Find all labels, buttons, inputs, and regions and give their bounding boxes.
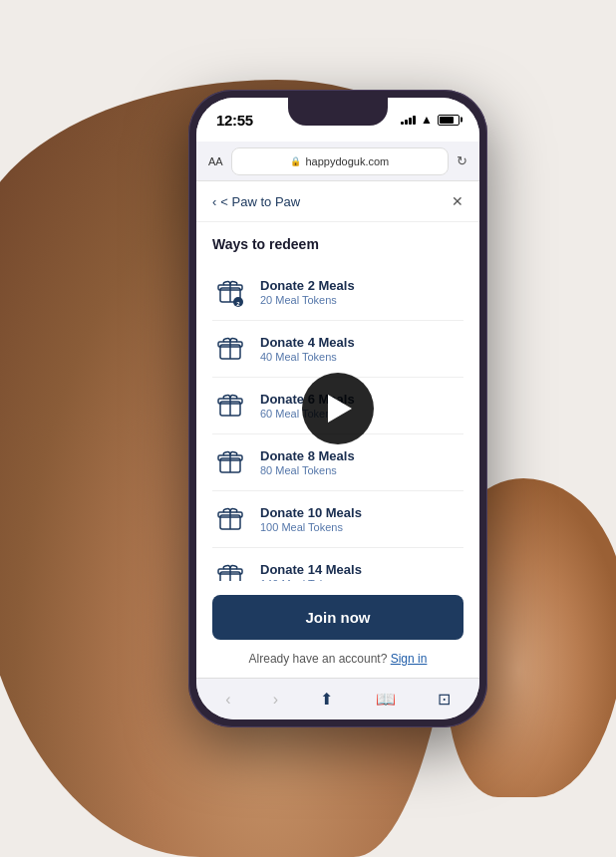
join-now-button[interactable]: Join now bbox=[212, 595, 463, 640]
signin-area: Already have an account? Sign in bbox=[196, 648, 479, 678]
nav-tabs-button[interactable]: ⊡ bbox=[438, 690, 451, 709]
browser-refresh-button[interactable]: ↻ bbox=[457, 153, 467, 168]
reward-info-1: Donate 4 Meals 40 Meal Tokens bbox=[260, 335, 463, 363]
reward-info-3: Donate 8 Meals 80 Meal Tokens bbox=[260, 448, 463, 476]
modal-close-button[interactable]: ✕ bbox=[452, 193, 463, 209]
reward-name-0: Donate 2 Meals bbox=[260, 278, 463, 293]
section-title: Ways to redeem bbox=[212, 236, 463, 252]
battery-icon bbox=[438, 115, 460, 126]
browser-nav-bar: ‹ › ⬆ 📖 ⊡ bbox=[196, 678, 479, 719]
reward-icon-1 bbox=[212, 331, 248, 367]
reward-item-4[interactable]: Donate 10 Meals 100 Meal Tokens bbox=[212, 491, 463, 548]
phone-frame: 12:55 ▲ AA bbox=[188, 90, 487, 727]
play-triangle-icon bbox=[328, 395, 352, 423]
status-time: 12:55 bbox=[216, 112, 253, 129]
reward-name-1: Donate 4 Meals bbox=[260, 335, 463, 350]
nav-forward-button[interactable]: › bbox=[273, 691, 278, 709]
phone-notch bbox=[288, 98, 388, 126]
reward-item-0[interactable]: 2 Donate 2 Meals 20 Meal Tokens bbox=[212, 264, 463, 321]
reward-name-3: Donate 8 Meals bbox=[260, 448, 463, 463]
wifi-icon: ▲ bbox=[421, 113, 433, 127]
phone-screen: 12:55 ▲ AA bbox=[196, 98, 479, 719]
reward-icon-4 bbox=[212, 501, 248, 537]
modal-header: ‹ < Paw to Paw ✕ bbox=[196, 181, 479, 222]
reward-icon-3 bbox=[212, 444, 248, 480]
reward-tokens-5: 140 Meal Tokens bbox=[260, 578, 463, 581]
browser-url-bar[interactable]: 🔒 happydoguk.com bbox=[231, 147, 449, 175]
nav-share-button[interactable]: ⬆ bbox=[320, 690, 333, 709]
reward-info-4: Donate 10 Meals 100 Meal Tokens bbox=[260, 505, 463, 533]
reward-info-0: Donate 2 Meals 20 Meal Tokens bbox=[260, 278, 463, 306]
status-icons: ▲ bbox=[401, 113, 460, 127]
reward-icon-2 bbox=[212, 388, 248, 424]
lock-icon: 🔒 bbox=[290, 156, 301, 166]
browser-aa-button[interactable]: AA bbox=[208, 155, 223, 167]
modal-back-button[interactable]: ‹ < Paw to Paw bbox=[212, 194, 300, 209]
signin-link[interactable]: Sign in bbox=[391, 652, 428, 666]
video-play-button[interactable] bbox=[302, 373, 374, 444]
reward-item-1[interactable]: Donate 4 Meals 40 Meal Tokens bbox=[212, 321, 463, 378]
reward-tokens-4: 100 Meal Tokens bbox=[260, 521, 463, 533]
reward-icon-5 bbox=[212, 558, 248, 581]
reward-tokens-0: 20 Meal Tokens bbox=[260, 294, 463, 306]
browser-url-text: happydoguk.com bbox=[305, 155, 389, 167]
reward-item-5[interactable]: Donate 14 Meals 140 Meal Tokens bbox=[212, 548, 463, 581]
signin-prompt: Already have an account? bbox=[249, 652, 388, 666]
browser-bar: AA 🔒 happydoguk.com ↻ bbox=[196, 142, 479, 181]
reward-tokens-3: 80 Meal Tokens bbox=[260, 464, 463, 476]
reward-tokens-1: 40 Meal Tokens bbox=[260, 351, 463, 363]
reward-name-5: Donate 14 Meals bbox=[260, 562, 463, 577]
reward-name-4: Donate 10 Meals bbox=[260, 505, 463, 520]
reward-icon-0: 2 bbox=[212, 274, 248, 310]
nav-back-button[interactable]: ‹ bbox=[225, 691, 230, 709]
modal-back-label: < Paw to Paw bbox=[220, 194, 300, 209]
reward-info-5: Donate 14 Meals 140 Meal Tokens bbox=[260, 562, 463, 581]
back-arrow-icon: ‹ bbox=[212, 194, 216, 209]
signal-icon bbox=[401, 116, 416, 125]
nav-bookmarks-button[interactable]: 📖 bbox=[376, 690, 396, 709]
